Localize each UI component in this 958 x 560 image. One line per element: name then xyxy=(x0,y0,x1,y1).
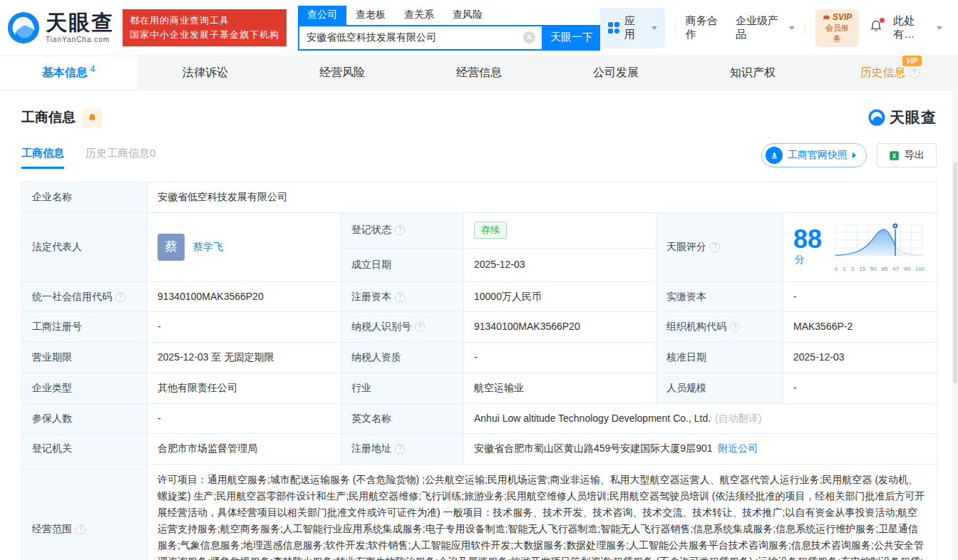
field-reg-number-label: 工商注册号 xyxy=(22,312,148,343)
watermark-text: 天眼查 xyxy=(890,108,937,128)
chevron-down-icon xyxy=(651,26,657,30)
field-address-value: 安徽省合肥市蜀山区黄山路459号安建国际大厦9层901 附近公司 xyxy=(464,434,937,465)
field-insured-label: 参保人数 xyxy=(22,403,148,434)
help-icon[interactable]: ? xyxy=(395,292,405,302)
nav-enterprise[interactable]: 企业级产品 xyxy=(736,14,795,41)
subtab-history-business-info[interactable]: 历史工商信息0 xyxy=(86,147,155,169)
divider xyxy=(805,22,805,33)
brand-domain: TianYanCha.com xyxy=(46,36,114,43)
notification-dot xyxy=(880,18,885,23)
table-row: 参保人数 - 英文名称 Anhui Low altitude Technolog… xyxy=(22,403,937,434)
vip-badge: VIP xyxy=(902,56,921,66)
search-submit-button[interactable]: 天眼一下 xyxy=(543,25,600,51)
search-field: ✕ xyxy=(298,25,543,51)
tab-company-development[interactable]: 公司发展 xyxy=(547,56,684,90)
help-icon[interactable]: ? xyxy=(395,225,405,235)
arrow-right-icon xyxy=(853,152,856,158)
field-taxpayer-quality-label: 纳税人资质 xyxy=(341,343,464,373)
tianyancha-logo[interactable]: 天眼查 TianYanCha.com xyxy=(7,11,114,44)
tianyancha-logo-icon xyxy=(7,11,40,44)
table-row: 营业期限 2025-12-03 至 无固定期限 纳税人资质 - 核准日期 202… xyxy=(22,343,937,373)
avatar[interactable]: 蔡 xyxy=(158,234,185,261)
search-tab-company[interactable]: 查公司 xyxy=(298,6,346,25)
field-paid-capital-value: - xyxy=(783,281,937,312)
page-scrollbar[interactable] xyxy=(952,91,958,560)
crown-icon xyxy=(823,14,830,20)
field-org-code-label: 组织机构代码? xyxy=(656,312,783,343)
field-company-type-label: 企业类型 xyxy=(22,373,148,403)
table-row: 企业名称 安徽省低空科技发展有限公司 xyxy=(22,182,937,213)
table-row: 经营范围? 许可项目：通用航空服务;城市配送运输服务 (不含危险货物) ;公共航… xyxy=(22,464,937,560)
scrollbar-thumb[interactable] xyxy=(953,162,957,383)
field-credit-code-label: 统一社会信用代码? xyxy=(22,281,148,312)
search-tabs: 查公司 查老板 查关系 查风险 xyxy=(298,6,600,25)
help-icon[interactable]: ? xyxy=(76,524,86,534)
legal-rep-link[interactable]: 蔡学飞 xyxy=(193,239,223,255)
export-button[interactable]: 导出 xyxy=(877,143,937,167)
field-establish-date-label: 成立日期 xyxy=(341,248,464,281)
search-tab-relation[interactable]: 查关系 xyxy=(395,6,443,25)
field-scope-value: 许可项目：通用航空服务;城市配送运输服务 (不含危险货物) ;公共航空运输;民用… xyxy=(148,464,937,560)
help-icon[interactable]: ? xyxy=(910,68,920,78)
tab-basic-info-label: 基本信息 xyxy=(42,66,88,81)
apps-grid-icon xyxy=(608,22,619,33)
brand-name: 天眼查 xyxy=(46,12,114,33)
field-score-label: 天眼评分? xyxy=(656,212,783,281)
field-reg-capital-value: 10000万人民币 xyxy=(464,281,656,312)
score-axis-ticks: 01 315 5085 9799 100 xyxy=(835,265,924,274)
notification-bell[interactable] xyxy=(869,19,883,36)
subscribe-bell-button[interactable] xyxy=(83,108,102,128)
search-input[interactable] xyxy=(299,32,523,43)
tab-operation-risk[interactable]: 经营风险 xyxy=(274,56,411,90)
bell-icon xyxy=(87,113,98,123)
user-label: 此处有… xyxy=(893,14,933,41)
field-establish-date-value: 2025-12-03 xyxy=(464,248,656,281)
nav-enterprise-label: 企业级产品 xyxy=(736,14,786,41)
help-icon[interactable]: ? xyxy=(730,322,740,332)
clear-icon[interactable]: ✕ xyxy=(523,31,535,43)
help-icon[interactable]: ? xyxy=(395,444,405,454)
business-info-table: 企业名称 安徽省低空科技发展有限公司 法定代表人 蔡 蔡学飞 登记状态? 存续 … xyxy=(21,182,937,560)
tab-intellectual-property[interactable]: 知识产权 xyxy=(684,56,821,90)
official-snapshot-button[interactable]: 工商官网快照 xyxy=(761,143,867,167)
apps-menu[interactable]: 应用 xyxy=(600,8,665,48)
nearby-companies-link[interactable]: 附近公司 xyxy=(718,442,758,454)
field-company-type-value: 其他有限责任公司 xyxy=(148,373,341,403)
field-reg-number-value: - xyxy=(148,312,341,343)
field-credit-code-value: 91340100MAK3566P20 xyxy=(148,281,341,312)
field-taxpayer-id-value: 91340100MAK3566P20 xyxy=(464,312,656,343)
svip-member-badge[interactable]: SVIP 会员服务 xyxy=(815,9,859,47)
svip-sublabel: 会员服务 xyxy=(823,23,852,44)
field-reg-status-value: 存续 xyxy=(464,212,656,248)
subtab-business-info[interactable]: 工商信息 xyxy=(21,147,64,169)
search-tab-boss[interactable]: 查老板 xyxy=(346,6,395,25)
tianyancha-logo-icon xyxy=(868,109,885,126)
table-row: 工商注册号 - 纳税人识别号? 91340100MAK3566P20 组织机构代… xyxy=(22,312,937,343)
chevron-down-icon xyxy=(789,26,795,30)
stamp-icon xyxy=(766,147,783,164)
field-reg-status-label: 登记状态? xyxy=(341,212,464,248)
slogan-line2: 国家中小企业发展子基金旗下机构 xyxy=(130,28,279,42)
chevron-down-icon xyxy=(937,26,942,30)
field-english-name-value: Anhui Low altitude Technology Developmen… xyxy=(464,403,937,434)
help-icon[interactable]: ? xyxy=(115,292,125,302)
help-icon[interactable]: ? xyxy=(710,242,720,252)
tab-operation-info[interactable]: 经营信息 xyxy=(411,56,547,90)
tab-basic-info[interactable]: 基本信息 4 xyxy=(0,56,137,90)
field-staff-size-value: - xyxy=(783,373,937,403)
table-row: 登记机关 合肥市市场监督管理局 注册地址? 安徽省合肥市蜀山区黄山路459号安建… xyxy=(22,434,937,465)
field-score-value: 88分 xyxy=(783,212,937,281)
field-scope-label: 经营范围? xyxy=(22,464,148,560)
export-label: 导出 xyxy=(905,149,924,162)
nav-cooperation[interactable]: 商务合作 xyxy=(686,14,726,41)
search-tab-risk[interactable]: 查风险 xyxy=(443,6,492,25)
score-number[interactable]: 88分 xyxy=(793,227,823,268)
tab-history-info[interactable]: 历史信息 VIP ? xyxy=(821,56,958,90)
help-icon[interactable]: ? xyxy=(415,322,425,332)
tab-legal[interactable]: 法律诉讼 xyxy=(137,56,274,90)
apps-label: 应用 xyxy=(624,14,643,41)
auto-translate-note: (自动翻译) xyxy=(715,413,761,424)
section-title: 工商信息 xyxy=(21,108,76,127)
field-insured-value: - xyxy=(148,403,341,434)
user-menu[interactable]: 此处有… xyxy=(893,14,942,41)
